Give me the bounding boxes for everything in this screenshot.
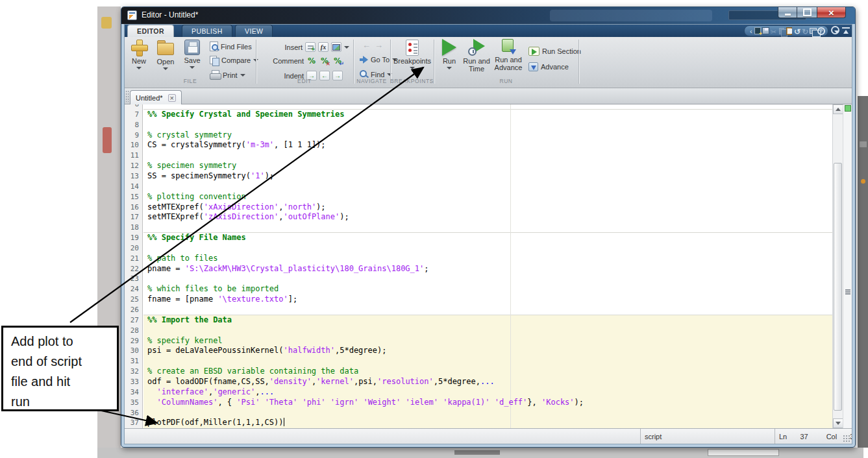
gutter-line-number[interactable]: 18: [130, 223, 139, 233]
print-dropdown-icon[interactable]: [240, 74, 245, 77]
uncomment-icon[interactable]: %: [319, 56, 330, 66]
vertical-scrollbar[interactable]: [832, 104, 843, 428]
gutter-line-number[interactable]: 31: [130, 356, 139, 367]
gutter-line-number[interactable]: 24: [130, 284, 139, 295]
run-and-advance-label: Run and Advance: [493, 56, 523, 71]
title-bar[interactable]: Editor - Untitled*: [121, 7, 855, 24]
scroll-up-button[interactable]: [833, 104, 843, 114]
gutter-line-number[interactable]: 27: [130, 315, 139, 326]
code-segment: , [1 1 1]);: [274, 140, 325, 149]
open-dropdown-icon[interactable]: [163, 67, 168, 70]
goto-button[interactable]: Go To: [360, 56, 397, 64]
redo-icon[interactable]: [802, 27, 809, 35]
gutter-line-number[interactable]: 32: [130, 367, 139, 377]
code-editor[interactable]: 6789101112131415161718192021222324252627…: [125, 104, 852, 428]
gutter-line-number[interactable]: 7: [134, 110, 139, 120]
gutter-line-number[interactable]: 33: [130, 377, 139, 387]
save-dropdown-icon[interactable]: [190, 66, 195, 69]
run-button[interactable]: Run: [439, 39, 460, 69]
document-tab-untitled[interactable]: Untitled* ×: [130, 90, 182, 104]
code-segment: odf = loadODF(fname,CS,SS,: [147, 377, 269, 386]
gutter-line-number[interactable]: 25: [130, 295, 139, 305]
tab-editor[interactable]: EDITOR: [127, 25, 174, 37]
run-section-button[interactable]: Run Section: [528, 47, 581, 56]
save-button[interactable]: Save: [181, 39, 203, 69]
wrap-comments-icon[interactable]: %: [332, 56, 343, 66]
run-and-time-button[interactable]: Run and Time: [462, 39, 491, 73]
tab-publish[interactable]: PUBLISH: [182, 25, 232, 37]
code-segment: [260, 398, 264, 407]
tab-view[interactable]: VIEW: [235, 25, 273, 37]
gutter-line-number[interactable]: 20: [130, 243, 139, 254]
message-indicator-bar[interactable]: [843, 104, 852, 428]
back-arrow-icon[interactable]: ←: [362, 40, 371, 50]
cut-icon[interactable]: [770, 27, 777, 35]
code-line-34: 'interface','generic',...: [147, 387, 832, 398]
undo-icon[interactable]: [794, 27, 801, 35]
gutter-line-number[interactable]: 12: [130, 161, 139, 171]
breakpoints-button[interactable]: Breakpoints: [394, 39, 430, 69]
code-region[interactable]: %% Specify Crystal and Specimen Symmetri…: [143, 104, 832, 428]
code-segment: );: [340, 212, 349, 221]
gutter-line-number[interactable]: 9: [134, 130, 139, 141]
gutter[interactable]: 6789101112131415161718192021222324252627…: [125, 104, 143, 428]
find-files-button[interactable]: Find Files: [210, 42, 252, 51]
group-separator: [390, 40, 391, 84]
new-dropdown-icon[interactable]: [136, 67, 142, 69]
breakpoints-dropdown-icon[interactable]: [410, 67, 415, 69]
gutter-line-number[interactable]: 16: [130, 202, 139, 213]
insert-section-icon[interactable]: [305, 42, 316, 52]
restore-button[interactable]: [797, 7, 817, 18]
insert-dropdown-icon[interactable]: [344, 46, 349, 49]
run-and-advance-button[interactable]: Run and Advance: [493, 39, 523, 71]
ribbon-tab-strip: EDITOR PUBLISH VIEW ?: [125, 25, 852, 37]
gutter-line-number[interactable]: 14: [130, 182, 139, 192]
gutter-line-number[interactable]: 37: [130, 418, 139, 428]
gutter-line-number[interactable]: 29: [130, 336, 139, 346]
gutter-line-number[interactable]: 28: [130, 326, 139, 336]
open-button[interactable]: Open: [155, 39, 177, 70]
gutter-line-number[interactable]: 34: [130, 387, 139, 398]
forward-arrow-icon[interactable]: →: [375, 40, 383, 50]
comment-icon[interactable]: %: [306, 56, 317, 66]
scroll-down-button[interactable]: [833, 418, 843, 428]
gutter-line-number[interactable]: 30: [130, 346, 139, 356]
scrollbar-thumb[interactable]: [834, 163, 842, 411]
gutter-line-number[interactable]: 19: [130, 233, 139, 243]
gutter-line-number[interactable]: 11: [130, 151, 139, 161]
save-icon[interactable]: [762, 27, 769, 35]
gutter-line-number[interactable]: 22: [130, 264, 139, 274]
message-marker-icon[interactable]: [845, 289, 850, 291]
help-icon[interactable]: ?: [817, 27, 825, 35]
run-dropdown-icon[interactable]: [447, 67, 452, 69]
gutter-line-number[interactable]: 26: [130, 305, 139, 315]
gutter-line-number[interactable]: 36: [130, 408, 139, 418]
document-tab-title: Untitled*: [136, 94, 163, 102]
collapse-ribbon-icon[interactable]: [842, 27, 850, 34]
minimize-button[interactable]: [778, 7, 797, 18]
gutter-line-number[interactable]: 10: [130, 140, 139, 151]
code-segment: );: [575, 398, 584, 407]
advance-button[interactable]: Advance: [528, 62, 569, 71]
gutter-line-number[interactable]: 23: [130, 274, 139, 284]
gutter-line-number[interactable]: 17: [130, 212, 139, 223]
gutter-line-number[interactable]: 6: [134, 104, 139, 110]
paste-icon[interactable]: [786, 27, 793, 35]
gutter-line-number[interactable]: 8: [134, 120, 139, 130]
resize-grip[interactable]: [843, 435, 850, 442]
compare-button[interactable]: Compare: [210, 56, 258, 65]
gutter-line-number[interactable]: 21: [130, 254, 139, 264]
insert-image-icon[interactable]: [331, 42, 341, 52]
gutter-line-number[interactable]: 35: [130, 398, 139, 408]
gutter-line-number[interactable]: 15: [130, 192, 139, 202]
new-script-icon[interactable]: [754, 27, 762, 35]
drag-handle[interactable]: [125, 90, 129, 102]
windows-icon[interactable]: [810, 27, 817, 35]
gutter-line-number[interactable]: 13: [130, 171, 139, 182]
ribbon-options-icon[interactable]: [831, 26, 839, 34]
close-button[interactable]: [817, 7, 846, 18]
copy-icon[interactable]: [778, 27, 785, 35]
new-button[interactable]: New: [128, 39, 150, 69]
insert-function-icon[interactable]: fx: [318, 42, 329, 52]
tab-close-icon[interactable]: ×: [168, 94, 176, 102]
